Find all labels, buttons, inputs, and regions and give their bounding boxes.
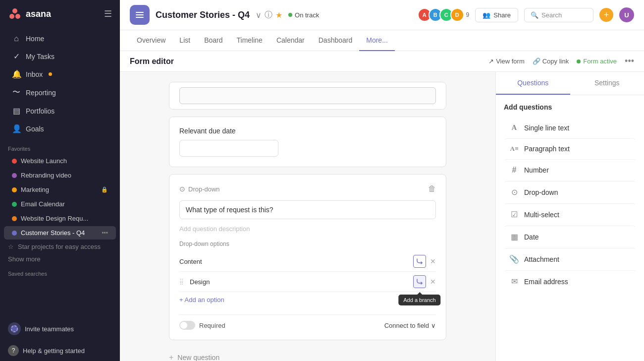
tab-list[interactable]: List — [172, 30, 197, 51]
question-desc-placeholder[interactable]: Add question description — [179, 223, 436, 235]
show-more-btn[interactable]: Show more — [0, 253, 120, 265]
sidebar-project-email-calendar[interactable]: Email Calendar — [4, 197, 116, 211]
partial-field-input[interactable] — [179, 87, 436, 104]
sidebar-project-marketing[interactable]: Marketing 🔒 — [4, 183, 116, 196]
sidebar-item-home[interactable]: ⌂ Home — [4, 30, 116, 47]
sidebar-item-portfolios-label: Portfolios — [26, 107, 54, 115]
qtype-single-line[interactable]: A Single line text — [504, 117, 636, 138]
project-dot-marketing — [12, 187, 17, 192]
menu-line-1 — [136, 12, 144, 13]
menu-line-2 — [136, 14, 144, 15]
qtype-number[interactable]: # Number — [504, 159, 636, 181]
svg-point-0 — [12, 8, 17, 13]
sidebar-project-website-launch[interactable]: Website Launch — [4, 154, 116, 168]
sidebar-item-portfolios[interactable]: ▤ Portfolios — [4, 102, 116, 120]
panel-content: Add questions A Single line text A≡ Para… — [496, 95, 644, 301]
tab-dashboard[interactable]: Dashboard — [312, 30, 360, 51]
form-editor-full: Form editor ↗ View form 🔗 Copy link Form… — [120, 51, 644, 361]
due-date-input[interactable] — [179, 140, 278, 157]
branch-btn-content[interactable] — [413, 255, 426, 268]
sidebar: asana ☰ ⌂ Home ✓ My Tasks 🔔 Inbox 〜 Repo… — [0, 0, 120, 361]
new-question-row[interactable]: + New question — [169, 347, 446, 361]
tab-more[interactable]: More... — [359, 30, 395, 51]
qtype-multi-select[interactable]: ☑ Multi-select — [504, 203, 636, 226]
dropdown-card-header: ⊙ Drop-down 🗑 — [179, 184, 436, 193]
sidebar-item-reporting[interactable]: 〜 Reporting — [4, 83, 116, 102]
qtype-dropdown[interactable]: ⊙ Drop-down — [504, 181, 636, 203]
branch-icon-content — [416, 258, 423, 265]
tab-timeline[interactable]: Timeline — [230, 30, 269, 51]
chevron-connect-icon: ∨ — [431, 322, 436, 329]
remove-content-option-btn[interactable]: ✕ — [430, 257, 436, 265]
status-dot — [288, 13, 292, 17]
qtype-date[interactable]: ▦ Date — [504, 226, 636, 248]
topbar: Customer Stories - Q4 ∨ ⓘ ★ On track A B… — [120, 0, 644, 30]
project-name-website-launch: Website Launch — [21, 157, 108, 165]
project-menu-btn[interactable] — [130, 5, 150, 25]
qtype-dropdown-label: Drop-down — [524, 188, 558, 196]
info-icon[interactable]: ⓘ — [265, 10, 272, 20]
connect-to-field-btn[interactable]: Connect to field ∨ — [384, 322, 436, 329]
delete-question-btn[interactable]: 🗑 — [428, 184, 436, 193]
status-label: On track — [295, 11, 319, 19]
add-questions-title: Add questions — [504, 103, 636, 111]
search-placeholder: Search — [541, 11, 562, 19]
sidebar-header: asana ☰ — [0, 0, 120, 28]
panel-tab-settings[interactable]: Settings — [570, 72, 644, 95]
right-panel: Questions Settings Add questions A Singl… — [495, 72, 644, 361]
tab-board[interactable]: Board — [197, 30, 229, 51]
qtype-attachment[interactable]: 📎 Attachment — [504, 248, 636, 270]
sidebar-project-rebranding-video[interactable]: Rebranding video — [4, 169, 116, 182]
drag-handle-design[interactable]: ⣿ — [179, 278, 184, 285]
branch-btn-design[interactable]: Add a branch — [413, 275, 426, 288]
more-options-btn[interactable]: ••• — [625, 56, 634, 66]
sidebar-project-customer-stories[interactable]: Customer Stories - Q4 ••• — [4, 226, 116, 240]
star-projects-item[interactable]: ☆ Star projects for easy access — [0, 240, 120, 253]
tab-overview[interactable]: Overview — [130, 30, 172, 51]
help-btn[interactable]: ? Help & getting started — [0, 340, 120, 361]
form-content-wrap: Relevant due date ⊙ Drop-down 🗑 Add ques… — [120, 72, 644, 361]
qtype-date-label: Date — [524, 233, 539, 241]
add-option-btn[interactable]: + Add an option — [179, 292, 436, 307]
lock-icon: 🔒 — [101, 186, 108, 193]
tab-calendar[interactable]: Calendar — [269, 30, 312, 51]
sidebar-project-website-design[interactable]: Website Design Requ... — [4, 212, 116, 225]
share-btn[interactable]: 👥 Share — [475, 8, 518, 22]
project-name-website-design: Website Design Requ... — [21, 215, 108, 222]
invite-teammates-btn[interactable]: Invite teammates — [0, 317, 120, 340]
date-icon: ▦ — [509, 232, 519, 241]
star-filled-icon[interactable]: ★ — [275, 10, 282, 20]
avatars-group[interactable]: A B C D 9 — [418, 8, 470, 22]
question-title-input[interactable] — [179, 200, 436, 219]
external-link-icon: ↗ — [488, 58, 494, 65]
remove-design-option-btn[interactable]: ✕ — [430, 278, 436, 286]
search-box[interactable]: 🔍 Search — [524, 8, 593, 22]
chevron-down-icon[interactable]: ∨ — [256, 10, 262, 20]
project-more-icon[interactable]: ••• — [102, 230, 108, 237]
add-btn[interactable]: + — [599, 8, 613, 22]
view-form-btn[interactable]: ↗ View form — [488, 58, 525, 65]
user-avatar[interactable]: U — [619, 7, 634, 22]
svg-point-1 — [9, 14, 14, 19]
sidebar-item-my-tasks[interactable]: ✓ My Tasks — [4, 48, 116, 65]
asana-logo-text: asana — [26, 9, 51, 19]
favorites-label: Favorites — [0, 140, 120, 154]
required-toggle-btn[interactable] — [179, 321, 195, 330]
share-label: Share — [493, 11, 511, 19]
qtype-email[interactable]: ✉ Email address — [504, 270, 636, 293]
sidebar-item-inbox-label: Inbox — [26, 70, 43, 78]
project-title: Customer Stories - Q4 — [156, 10, 250, 20]
sidebar-item-goals[interactable]: 👤 Goals — [4, 120, 116, 137]
panel-tab-questions[interactable]: Questions — [496, 72, 570, 95]
multi-select-icon: ☑ — [509, 210, 519, 219]
option-design-text: Design — [190, 278, 409, 286]
paragraph-icon: A≡ — [509, 145, 519, 153]
asana-logo-icon — [8, 7, 22, 21]
check-icon: ✓ — [12, 52, 21, 61]
qtype-paragraph-label: Paragraph text — [524, 145, 570, 153]
qtype-paragraph[interactable]: A≡ Paragraph text — [504, 138, 636, 159]
copy-link-btn[interactable]: 🔗 Copy link — [533, 58, 569, 65]
asana-logo[interactable]: asana — [8, 7, 51, 21]
sidebar-item-inbox[interactable]: 🔔 Inbox — [4, 65, 116, 83]
hamburger-icon[interactable]: ☰ — [104, 8, 112, 19]
